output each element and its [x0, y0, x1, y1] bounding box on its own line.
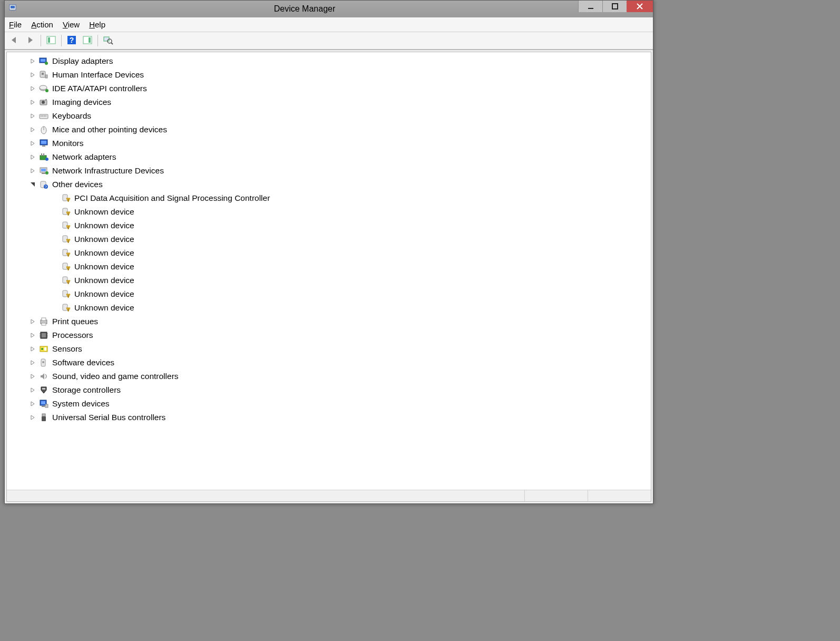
toolbar-separator: [97, 35, 98, 46]
tree-category[interactable]: Monitors: [7, 137, 651, 150]
tree-category[interactable]: Human Interface Devices: [7, 68, 651, 82]
tree-device[interactable]: !Unknown device: [7, 232, 651, 246]
tree-category[interactable]: IDE ATA/ATAPI controllers: [7, 82, 651, 95]
svg-rect-87: [42, 416, 46, 421]
tree-device[interactable]: !Unknown device: [7, 274, 651, 287]
tree-category[interactable]: Sensors: [7, 342, 651, 356]
app-icon: [9, 4, 19, 14]
svg-rect-42: [42, 173, 45, 174]
tree-category[interactable]: System devices: [7, 397, 651, 411]
tree-category-label: Storage controllers: [52, 385, 121, 395]
title-bar[interactable]: Device Manager: [5, 1, 653, 17]
tree-category-label: Sensors: [52, 344, 82, 354]
system-icon: [38, 399, 49, 409]
device-tree[interactable]: Display adaptersHuman Interface DevicesI…: [7, 52, 651, 490]
menu-action[interactable]: Action: [31, 20, 53, 29]
imaging-icon: [38, 97, 49, 108]
expand-glyph-icon[interactable]: [29, 332, 36, 339]
tree-device-label: Unknown device: [74, 276, 134, 285]
expand-glyph-icon[interactable]: [29, 167, 36, 174]
tree-category[interactable]: Network adapters: [7, 150, 651, 164]
expand-glyph-icon[interactable]: [29, 99, 36, 106]
tree-category-label: Mice and other pointing devices: [52, 125, 167, 134]
expand-glyph-icon[interactable]: [29, 373, 36, 380]
sensor-icon: [38, 344, 49, 354]
expand-glyph-icon[interactable]: [29, 85, 36, 92]
tree-category[interactable]: ?Other devices: [7, 178, 651, 191]
svg-point-22: [45, 89, 48, 92]
tree-category-label: Network adapters: [52, 152, 116, 162]
svg-rect-25: [45, 99, 47, 101]
svg-point-80: [42, 361, 44, 363]
svg-rect-37: [41, 153, 42, 156]
expand-glyph-icon[interactable]: [29, 414, 36, 421]
expand-glyph-icon[interactable]: [29, 359, 36, 366]
expand-glyph-icon[interactable]: [29, 386, 36, 394]
toolbar-back-button[interactable]: [8, 34, 22, 47]
expand-glyph-icon[interactable]: [29, 140, 36, 147]
properties-pane-icon: [46, 36, 56, 46]
storage-icon: [38, 385, 49, 395]
maximize-button[interactable]: [602, 1, 627, 12]
tree-category[interactable]: Keyboards: [7, 109, 651, 123]
menu-bar: File Action View Help: [5, 17, 653, 32]
expand-glyph-icon[interactable]: [29, 57, 36, 65]
usb-icon: [38, 412, 49, 423]
svg-rect-4: [612, 4, 618, 9]
toolbar-help-button[interactable]: ?: [65, 34, 79, 47]
svg-rect-78: [44, 347, 46, 351]
svg-rect-86: [42, 414, 45, 416]
tree-device[interactable]: !Unknown device: [7, 260, 651, 274]
tree-category[interactable]: Storage controllers: [7, 383, 651, 397]
tree-category[interactable]: Network Infrastructure Devices: [7, 164, 651, 178]
tree-device-label: Unknown device: [74, 289, 134, 299]
sound-icon: [38, 371, 49, 382]
warning-device-icon: !: [61, 303, 71, 313]
toolbar-properties-button[interactable]: [44, 34, 58, 47]
tree-device-label: Unknown device: [74, 248, 134, 258]
action-pane-icon: [83, 36, 92, 46]
menu-help[interactable]: Help: [89, 20, 105, 29]
warning-device-icon: !: [61, 207, 71, 217]
svg-rect-59: [63, 277, 67, 283]
tree-category[interactable]: Software devices: [7, 356, 651, 370]
expand-glyph-icon[interactable]: [29, 345, 36, 353]
tree-category[interactable]: Processors: [7, 328, 651, 342]
close-button[interactable]: [627, 1, 653, 12]
svg-rect-85: [45, 404, 48, 407]
tree-device[interactable]: !Unknown device: [7, 219, 651, 232]
expand-glyph-icon[interactable]: [29, 400, 36, 407]
expand-glyph-icon[interactable]: [29, 318, 36, 325]
tree-category[interactable]: Sound, video and game controllers: [7, 370, 651, 383]
expand-glyph-icon[interactable]: [29, 71, 36, 79]
svg-point-39: [45, 158, 48, 161]
tree-device[interactable]: !Unknown device: [7, 301, 651, 315]
tree-device[interactable]: !Unknown device: [7, 246, 651, 260]
tree-device[interactable]: !PCI Data Acquisition and Signal Process…: [7, 191, 651, 205]
hid-icon: [38, 70, 49, 80]
tree-category[interactable]: Mice and other pointing devices: [7, 123, 651, 137]
tree-category[interactable]: Universal Serial Bus controllers: [7, 411, 651, 424]
tree-category-label: Monitors: [52, 139, 83, 148]
device-manager-window: Device Manager File Action View Help: [4, 0, 653, 504]
svg-text:!: !: [68, 212, 69, 216]
toolbar-forward-button[interactable]: [24, 34, 37, 47]
menu-view[interactable]: View: [63, 20, 80, 29]
expand-glyph-icon[interactable]: [29, 112, 36, 120]
toolbar-scan-hardware-button[interactable]: [101, 34, 115, 47]
expand-glyph-icon[interactable]: [29, 126, 36, 133]
tree-category[interactable]: Print queues: [7, 315, 651, 328]
collapse-glyph-icon[interactable]: [29, 181, 36, 188]
menu-file[interactable]: File: [9, 20, 22, 29]
tree-device[interactable]: !Unknown device: [7, 287, 651, 301]
tree-device-label: PCI Data Acquisition and Signal Processi…: [74, 193, 270, 203]
minimize-button[interactable]: [578, 1, 602, 12]
tree-category[interactable]: Display adapters: [7, 54, 651, 68]
tree-category-label: Imaging devices: [52, 98, 111, 107]
expand-glyph-icon[interactable]: [29, 153, 36, 161]
tree-category[interactable]: Imaging devices: [7, 95, 651, 109]
tree-device-label: Unknown device: [74, 303, 134, 313]
tree-device[interactable]: !Unknown device: [7, 205, 651, 219]
ide-icon: [38, 83, 49, 94]
toolbar-action-pane-button[interactable]: [81, 34, 94, 47]
